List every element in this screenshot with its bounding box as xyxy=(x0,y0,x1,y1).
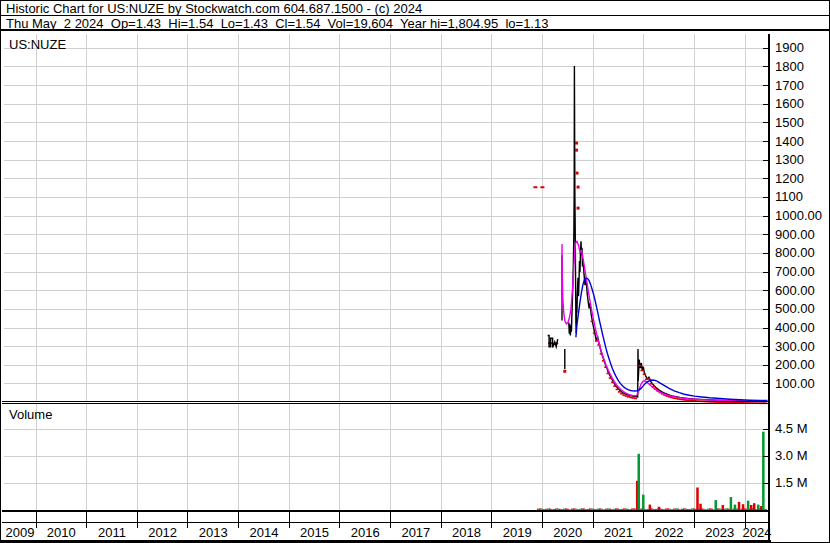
stockwatch-historic-chart-window: Historic Chart for US:NUZE by Stockwatch… xyxy=(0,0,830,543)
year-axis-label: 2013 xyxy=(199,526,228,540)
year-axis-label: 2018 xyxy=(452,526,481,540)
volume-axis-label: 4.5 M xyxy=(775,422,808,436)
price-axis-label: 1700 xyxy=(775,79,804,93)
year-axis-label: 2024 xyxy=(743,526,772,540)
symbol-label: US:NUZE xyxy=(9,38,66,51)
price-axis-label: 1200 xyxy=(775,172,804,186)
year-axis-label: 2021 xyxy=(604,526,633,540)
volume-panel-label: Volume xyxy=(9,408,52,421)
price-axis-label: 600.00 xyxy=(775,284,815,298)
year-axis-label: 2011 xyxy=(98,526,126,540)
price-axis-label: 300.00 xyxy=(775,340,815,354)
year-axis-label: 2017 xyxy=(401,526,430,540)
price-axis-label: 1500 xyxy=(775,116,804,130)
price-axis-label: 500.00 xyxy=(775,302,815,316)
price-axis-label: 400.00 xyxy=(775,321,815,335)
year-axis-label: 2023 xyxy=(705,526,734,540)
year-axis-label: 2015 xyxy=(300,526,329,540)
volume-axis-label: 1.5 M xyxy=(775,476,808,490)
year-axis-label: 2019 xyxy=(503,526,532,540)
volume-axis-label: 3.0 M xyxy=(775,449,808,463)
price-axis-label: 200.00 xyxy=(775,358,815,372)
price-axis-label: 1300 xyxy=(775,153,804,167)
price-axis-label: 1000.00 xyxy=(775,209,822,223)
year-axis-label: 2012 xyxy=(148,526,177,540)
price-axis-label: 1800 xyxy=(775,60,804,74)
price-axis-label: 1900 xyxy=(775,41,804,55)
price-axis-label: 700.00 xyxy=(775,265,815,279)
price-axis-label: 1100 xyxy=(775,190,803,204)
price-axis-label: 1600 xyxy=(775,97,804,111)
price-axis-label: 900.00 xyxy=(775,228,815,242)
price-axis-label: 100.00 xyxy=(775,377,815,391)
price-axis-label: 800.00 xyxy=(775,246,815,260)
year-axis-label: 2009 xyxy=(6,526,35,540)
year-axis-label: 2020 xyxy=(553,526,582,540)
year-axis-label: 2010 xyxy=(47,526,76,540)
year-axis-label: 2016 xyxy=(351,526,380,540)
price-volume-chart xyxy=(1,1,830,543)
year-axis-label: 2014 xyxy=(249,526,278,540)
price-axis-label: 1400 xyxy=(775,135,804,149)
year-axis-label: 2022 xyxy=(655,526,684,540)
